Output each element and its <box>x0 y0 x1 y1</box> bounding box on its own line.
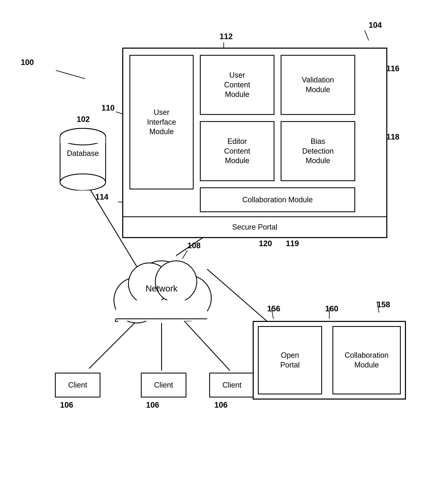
right-system-box: OpenPortal CollaborationModule <box>253 321 406 399</box>
collaboration-right-box: CollaborationModule <box>332 326 401 394</box>
network-cloud: Network <box>100 242 224 336</box>
ref-108: 108 <box>187 241 200 250</box>
svg-line-2 <box>56 70 85 79</box>
svg-point-23 <box>60 174 106 190</box>
collaboration-module-label: Collaboration Module <box>242 195 313 205</box>
svg-rect-24 <box>60 137 105 143</box>
ref-102: 102 <box>77 115 90 124</box>
user-interface-module-label: UserInterfaceModule <box>147 108 176 137</box>
client-1-box: Client <box>55 373 100 398</box>
ref-114: 114 <box>95 193 108 201</box>
client-3-label: Client <box>223 380 241 390</box>
secure-portal-label: Secure Portal <box>232 222 277 232</box>
svg-point-29 <box>155 261 197 302</box>
ref-120: 120 <box>259 239 272 248</box>
svg-rect-30 <box>116 300 207 321</box>
bias-detection-module-box: BiasDetectionModule <box>281 121 355 181</box>
ref-156: 156 <box>267 304 280 313</box>
ref-116: 116 <box>386 64 399 73</box>
user-content-module-box: UserContentModule <box>200 55 274 115</box>
client-3-box: Client <box>209 373 255 398</box>
svg-line-3 <box>365 30 369 40</box>
editor-content-module-box: EditorContentModule <box>200 121 274 181</box>
ref-158: 158 <box>377 300 390 309</box>
validation-module-box: ValidationModule <box>281 55 355 115</box>
ref-100: 100 <box>21 58 34 67</box>
database-label: Database <box>56 149 110 158</box>
ref-110: 110 <box>101 104 115 112</box>
bias-detection-module-label: BiasDetectionModule <box>302 137 334 166</box>
collaboration-module-box: Collaboration Module <box>200 187 355 212</box>
collaboration-right-label: CollaborationModule <box>345 350 389 370</box>
ref-106-3: 106 <box>214 401 227 409</box>
ref-118: 118 <box>386 132 399 141</box>
ref-104: 104 <box>369 21 382 30</box>
ref-106-2: 106 <box>146 401 159 409</box>
ref-112: 112 <box>220 32 232 41</box>
main-system-box: UserInterfaceModule UserContentModule Va… <box>122 48 387 238</box>
editor-content-module-label: EditorContentModule <box>224 137 250 166</box>
client-2-label: Client <box>154 380 173 390</box>
ref-106-1: 106 <box>60 401 73 409</box>
ref-160: 160 <box>325 304 338 313</box>
open-portal-label: OpenPortal <box>280 350 300 370</box>
open-portal-box: OpenPortal <box>258 326 322 394</box>
secure-portal-bar: Secure Portal <box>123 216 386 237</box>
database-container: Database <box>56 124 110 191</box>
client-1-label: Client <box>68 380 87 390</box>
ref-119: 119 <box>286 239 299 248</box>
network-label: Network <box>100 284 224 293</box>
client-2-box: Client <box>141 373 186 398</box>
user-content-module-label: UserContentModule <box>224 70 250 99</box>
user-interface-module-box: UserInterfaceModule <box>129 55 194 189</box>
validation-module-label: ValidationModule <box>302 75 334 95</box>
